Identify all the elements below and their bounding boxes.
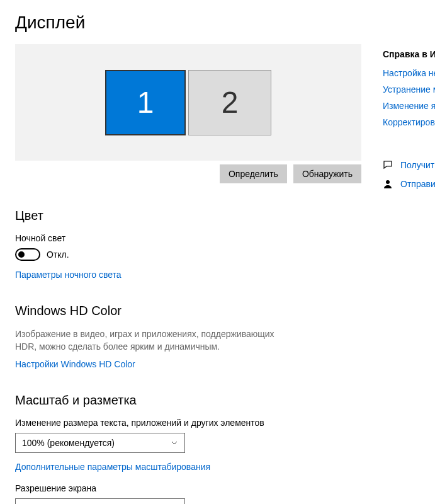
detect-button[interactable]: Обнаружить	[293, 164, 361, 183]
resolution-label: Разрешение экрана	[15, 483, 365, 493]
chat-icon	[383, 160, 393, 170]
get-help-label: Получить	[400, 160, 435, 170]
sidebar-help-link-1[interactable]: Устранение ме	[383, 84, 435, 94]
get-help-link[interactable]: Получить	[383, 160, 435, 170]
svg-point-0	[386, 180, 390, 184]
sidebar-help-link-3[interactable]: Корректировк	[383, 117, 435, 127]
night-light-label: Ночной свет	[15, 233, 365, 243]
color-heading: Цвет	[15, 209, 365, 223]
sidebar-help-link-2[interactable]: Изменение яр	[383, 101, 435, 111]
monitor-1[interactable]: 1	[105, 70, 186, 135]
give-feedback-link[interactable]: Отправит	[383, 179, 435, 189]
text-size-dropdown[interactable]: 100% (рекомендуется)	[15, 433, 185, 453]
hd-color-description: Изображение в видео, играх и приложениях…	[15, 328, 280, 353]
night-light-toggle[interactable]	[15, 248, 40, 261]
text-size-value: 100% (рекомендуется)	[22, 438, 115, 448]
hd-color-settings-link[interactable]: Настройки Windows HD Color	[15, 359, 365, 369]
display-arrangement-area[interactable]: 1 2	[15, 44, 361, 161]
give-feedback-label: Отправит	[400, 179, 435, 189]
identify-button[interactable]: Определить	[220, 164, 287, 183]
sidebar-help-link-0[interactable]: Настройка нес	[383, 68, 435, 78]
page-title: Дисплей	[15, 13, 365, 33]
person-icon	[383, 179, 393, 189]
advanced-scaling-link[interactable]: Дополнительные параметры масштабирования	[15, 462, 365, 472]
night-light-state: Откл.	[47, 249, 69, 260]
text-size-label: Изменение размера текста, приложений и д…	[15, 418, 365, 428]
chevron-down-icon	[171, 439, 178, 447]
resolution-dropdown[interactable]: 1280 × 1024 (рекомендуется)	[15, 498, 185, 504]
sidebar-help-heading: Справка в Инт	[383, 49, 435, 59]
monitor-2[interactable]: 2	[188, 70, 271, 135]
hd-color-heading: Windows HD Color	[15, 304, 365, 318]
scale-heading: Масштаб и разметка	[15, 393, 365, 408]
night-light-settings-link[interactable]: Параметры ночного света	[15, 270, 365, 280]
